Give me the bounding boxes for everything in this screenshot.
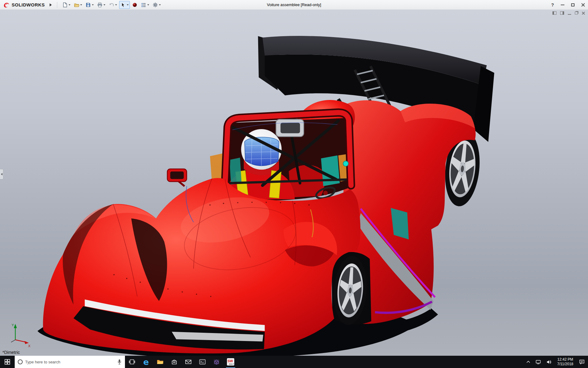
- dassault-systemes-logo-icon: [3, 2, 10, 8]
- select-cursor-icon: [120, 2, 126, 8]
- red-sphere-button[interactable]: [131, 1, 139, 9]
- edge-button[interactable]: e: [139, 356, 153, 368]
- open-button[interactable]: [73, 1, 83, 9]
- print-button[interactable]: [96, 1, 107, 9]
- video-app-icon: [213, 359, 220, 365]
- side-panel-teal: [321, 155, 340, 186]
- command-prompt-button[interactable]: [195, 356, 209, 368]
- minimize-button[interactable]: [561, 5, 564, 5]
- options-button[interactable]: [151, 1, 162, 9]
- save-floppy-icon: [85, 2, 91, 8]
- car-model-render[interactable]: [0, 10, 588, 356]
- store-bag-icon: [171, 359, 177, 365]
- tray-chevron-button[interactable]: [524, 356, 532, 368]
- dropdown-caret: [104, 4, 105, 6]
- gear-icon: [153, 2, 158, 8]
- solidworks-taskbar-button[interactable]: SW 2017: [224, 356, 238, 368]
- close-button[interactable]: [581, 3, 585, 7]
- pane-left-icon[interactable]: [552, 11, 556, 15]
- orientation-triad: Y X: [5, 320, 32, 348]
- solidworks-app-icon: SW 2017: [227, 358, 235, 366]
- maximize-button[interactable]: [571, 3, 575, 6]
- dropdown-caret: [159, 4, 161, 6]
- search-box[interactable]: [15, 356, 125, 368]
- undo-button[interactable]: [107, 1, 118, 9]
- print-icon: [97, 2, 103, 8]
- network-icon: [536, 360, 541, 364]
- microphone-icon[interactable]: [117, 359, 122, 365]
- windows-logo-icon: [4, 359, 10, 365]
- svg-text:2017: 2017: [229, 363, 234, 366]
- red-sphere-icon: [132, 2, 138, 8]
- edge-icon: e: [143, 358, 149, 366]
- command-prompt-icon: [199, 359, 206, 365]
- select-tool-button[interactable]: [119, 1, 130, 9]
- dropdown-caret: [115, 4, 117, 6]
- mail-button[interactable]: [181, 356, 195, 368]
- display-list-button[interactable]: [140, 1, 150, 9]
- chevron-up-icon: [526, 361, 530, 363]
- video-app-button[interactable]: [209, 356, 224, 368]
- new-document-icon: [62, 2, 68, 8]
- dropdown-caret: [127, 4, 129, 6]
- triad-y-label: Y: [12, 323, 14, 327]
- doc-minimize-icon[interactable]: [568, 14, 571, 15]
- save-button[interactable]: [84, 1, 95, 9]
- list-icon: [141, 2, 146, 8]
- toolbar-separator: [57, 2, 57, 8]
- pane-right-icon[interactable]: [560, 11, 564, 15]
- doc-restore-icon[interactable]: [575, 12, 578, 14]
- dropdown-caret: [92, 4, 94, 6]
- desktop-screen: SOLIDWORKS: [0, 0, 588, 368]
- clock[interactable]: 12:42 PM 7/11/2018: [555, 357, 576, 366]
- titlebar: SOLIDWORKS: [0, 0, 588, 10]
- triad-x-label: X: [28, 344, 31, 348]
- solidworks-brand: SOLIDWORKS: [3, 2, 45, 8]
- side-panel-teal: [229, 158, 241, 185]
- document-window-controls: [552, 11, 585, 15]
- graphics-area[interactable]: Y X *Dimetric: [0, 10, 588, 356]
- clock-time: 12:42 PM: [557, 357, 574, 362]
- cortana-icon: [18, 359, 23, 364]
- start-button[interactable]: [0, 356, 15, 368]
- dropdown-caret: [147, 4, 149, 6]
- dropdown-caret: [80, 4, 82, 6]
- help-button[interactable]: ?: [551, 2, 554, 7]
- svg-text:SW: SW: [228, 359, 233, 363]
- dropdown-caret: [69, 4, 70, 6]
- center-mirror: [276, 119, 304, 136]
- view-orientation-label: *Dimetric: [2, 350, 20, 355]
- volume-icon: [546, 360, 552, 364]
- undo-arrow-icon: [109, 2, 114, 8]
- mail-envelope-icon: [185, 359, 192, 365]
- menu-expand-arrow[interactable]: [48, 2, 53, 8]
- task-view-button[interactable]: [125, 356, 139, 368]
- network-tray-button[interactable]: [533, 356, 543, 368]
- search-input[interactable]: [25, 360, 115, 364]
- new-document-button[interactable]: [61, 1, 72, 9]
- doc-close-icon[interactable]: [582, 11, 585, 15]
- store-button[interactable]: [167, 356, 181, 368]
- file-explorer-icon: [156, 359, 164, 365]
- brand-label: SOLIDWORKS: [12, 2, 45, 7]
- featuremanager-flyout-tab[interactable]: [0, 169, 3, 179]
- action-center-icon: [579, 359, 585, 364]
- open-folder-icon: [74, 2, 79, 8]
- action-center-button[interactable]: [577, 356, 587, 368]
- clock-date: 7/11/2018: [557, 362, 574, 366]
- file-explorer-button[interactable]: [153, 356, 167, 368]
- task-view-icon: [129, 359, 135, 365]
- cockpit-indicator-light: [343, 161, 348, 166]
- volume-tray-button[interactable]: [544, 356, 554, 368]
- side-mirror: [167, 169, 187, 186]
- taskbar: e: [0, 356, 588, 368]
